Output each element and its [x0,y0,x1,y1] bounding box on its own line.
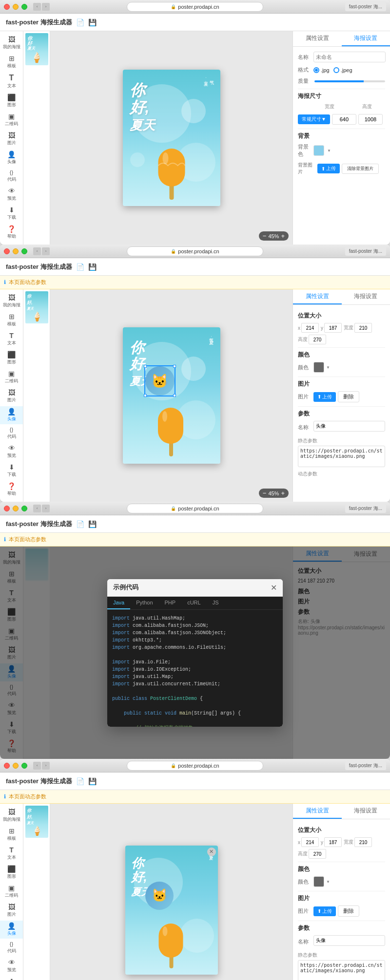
sidebar-item-text[interactable]: T 文本 [0,72,23,91]
thumbnail-2[interactable]: 你好,夏天 🍦 [25,291,48,323]
color-arrow-4[interactable]: ▼ [326,880,330,884]
minimize-button-3[interactable] [13,506,19,511]
sidebar-item-2-avatar[interactable]: 👤 头像 [0,406,23,424]
sidebar-4-shape[interactable]: ⬛ 图形 [0,864,23,882]
forward-button[interactable]: › [42,3,50,11]
clear-bg-button[interactable]: 清除背景图片 [342,164,379,174]
back-button[interactable]: ‹ [33,3,41,11]
thumbnail-4[interactable]: 你好,夏天 🍦 [25,806,48,838]
url-bar-3[interactable]: 🔒 poster.prodapi.cn [127,504,263,513]
sidebar-item-avatar[interactable]: 👤 头像 [0,149,23,167]
tab-attr-1[interactable]: 属性设置 [293,31,342,46]
sidebar-item-2-myposters[interactable]: 🖼 我的海报 [0,292,23,310]
sidebar-4-avatar[interactable]: 👤 头像 [0,921,23,939]
minimize-button-2[interactable] [13,248,19,254]
tab-poster-4[interactable]: 海报设置 [342,804,390,819]
format-jpg[interactable]: .jpg [313,67,330,73]
param-name-input-2[interactable] [313,421,385,432]
name-input[interactable] [313,52,386,62]
x-input[interactable] [301,323,319,333]
format-jpeg[interactable]: .jpeg [333,67,352,73]
sidebar-item-qrcode[interactable]: ▣ 二维码 [0,111,23,129]
maximize-button-2[interactable] [21,248,27,254]
url-bar-4[interactable]: 🔒 poster.prodapi.cn [127,761,263,771]
close-button-2[interactable] [4,248,10,254]
y4-input[interactable] [324,837,342,847]
sidebar-item-myposters[interactable]: 🖼 我的海报 [0,34,23,52]
selection-box[interactable]: 🐱 [144,365,176,396]
delete-img-button-4[interactable]: 删除 [338,905,359,917]
close-button-4[interactable] [4,763,10,769]
forward-button-3[interactable]: › [42,505,50,512]
h-input[interactable] [309,335,326,344]
sidebar-4-text[interactable]: T 文本 [0,845,23,863]
sidebar-item-2-download[interactable]: ⬇ 下载 [0,462,23,480]
w4-input[interactable] [354,837,372,847]
forward-button-4[interactable]: › [42,762,50,770]
minimize-button-4[interactable] [13,763,19,769]
sidebar-item-code[interactable]: {} 代码 [0,168,23,185]
color-swatch[interactable] [313,145,324,156]
maximize-button-4[interactable] [21,763,27,769]
static-param-textarea-2[interactable]: https://poster.prodapi.cn/static/images/… [298,446,385,467]
sel-handle-br[interactable] [173,394,176,397]
preset-size-button[interactable]: 常规尺寸▼ [298,114,330,124]
back-button-4[interactable]: ‹ [33,762,41,770]
h4-input[interactable] [309,849,326,859]
sidebar-item-2-image[interactable]: 🖼 图片 [0,387,23,405]
sidebar-item-2-code[interactable]: {} 代码 [0,425,23,442]
sidebar-4-template[interactable]: ⊞ 模板 [0,826,23,844]
code-tab-php[interactable]: PHP [159,597,182,609]
height-input[interactable] [358,114,383,125]
sidebar-item-2-preview[interactable]: 👁 预览 [0,443,23,461]
w-input[interactable] [354,323,372,333]
sidebar-item-2-template[interactable]: ⊞ 模板 [0,311,23,329]
url-bar-1[interactable]: 🔒 poster.prodapi.cn [127,2,263,12]
zoom-out-button[interactable]: − [263,232,267,240]
thumbnail-1[interactable]: 你好夏天 🍦 [25,33,48,65]
save-icon-4[interactable]: 💾 [88,777,97,785]
close-overlay-button[interactable]: ✕ [207,848,216,856]
width-input[interactable] [332,114,356,125]
jpg-radio[interactable] [313,67,319,73]
code-tab-curl[interactable]: cURL [181,597,207,609]
sel-handle-tr[interactable] [173,365,176,368]
save-icon[interactable]: 💾 [88,19,97,26]
tab-poster-1[interactable]: 海报设置 [342,31,390,46]
zoom-in-button[interactable]: + [281,232,285,240]
color-arrow-2[interactable]: ▼ [326,365,330,370]
sidebar-4-image[interactable]: 🖼 图片 [0,902,23,920]
save-icon-3[interactable]: 💾 [88,520,97,528]
delete-img-button-2[interactable]: 删除 [338,391,359,402]
sel-handle-bl[interactable] [144,394,147,397]
minimize-button[interactable] [13,4,19,10]
code-tab-python[interactable]: Python [130,597,158,609]
forward-button-2[interactable]: › [42,247,50,255]
tab-poster-2[interactable]: 海报设置 [342,289,390,304]
file-icon-2[interactable]: 📄 [76,263,84,271]
sidebar-item-2-text[interactable]: T 文本 [0,330,23,348]
url-bar-2[interactable]: 🔒 poster.prodapi.cn [127,246,263,256]
tab-attr-2[interactable]: 属性设置 [293,289,342,304]
modal-close-button[interactable]: ✕ [271,583,277,592]
back-button-2[interactable]: ‹ [33,247,41,255]
upload-img-button-2[interactable]: ⬆ 上传 [313,392,336,402]
sel-handle-tl[interactable] [144,365,147,368]
sidebar-item-image[interactable]: 🖼 图片 [0,130,23,148]
jpeg-radio[interactable] [333,67,339,73]
sidebar-item-2-shape[interactable]: ⬛ 图形 [0,349,23,367]
x4-input[interactable] [301,837,319,847]
file-icon-3[interactable]: 📄 [76,520,84,528]
upload-bg-button[interactable]: ⬆ 上传 [317,164,340,173]
quality-slider[interactable] [314,80,385,82]
sidebar-item-2-help[interactable]: ❓ 帮助 [0,481,23,499]
zoom-in-2[interactable]: + [281,490,285,497]
sidebar-4-qrcode[interactable]: ▣ 二维码 [0,883,23,901]
sidebar-item-template[interactable]: ⊞ 模板 [0,53,23,71]
sidebar-4-preview[interactable]: 👁 预览 [0,957,23,975]
tab-attr-4[interactable]: 属性设置 [293,804,342,819]
file-icon[interactable]: 📄 [76,19,84,26]
sidebar-4-myposters[interactable]: 🖼 我的海报 [0,807,23,825]
color-dropdown-arrow[interactable]: ▼ [327,149,331,153]
y-input[interactable] [324,323,342,333]
